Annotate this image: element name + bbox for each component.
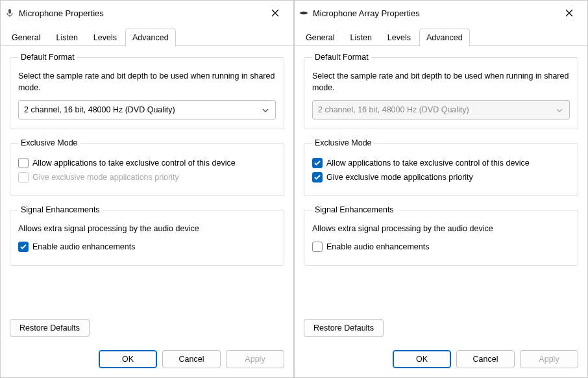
tab-listen[interactable]: Listen (49, 29, 84, 46)
enable-enhancements-label: Enable audio enhancements (326, 242, 429, 251)
apply-button: Apply (520, 350, 578, 368)
default-format-legend: Default Format (18, 53, 77, 62)
default-format-group: Default Format Select the sample rate an… (304, 53, 578, 129)
sample-rate-select[interactable]: 2 channel, 16 bit, 48000 Hz (DVD Quality… (18, 100, 276, 120)
sample-rate-select: 2 channel, 16 bit, 48000 Hz (DVD Quality… (312, 100, 570, 120)
allow-exclusive-label: Allow applications to take exclusive con… (32, 158, 236, 168)
enable-enhancements-checkbox[interactable] (18, 242, 29, 252)
tab-advanced[interactable]: Advanced (125, 29, 176, 46)
titlebar: Microphone Array Properties (295, 1, 587, 25)
mic-icon (5, 8, 15, 18)
allow-exclusive-checkbox[interactable] (18, 158, 29, 168)
default-format-legend: Default Format (312, 53, 371, 62)
apply-button: Apply (226, 350, 284, 368)
signal-enhancements-legend: Signal Enhancements (18, 205, 103, 214)
tab-bar: General Listen Levels Advanced (295, 28, 587, 46)
signal-enhancements-group: Signal Enhancements Allows extra signal … (10, 205, 284, 266)
exclusive-mode-group: Exclusive Mode Allow applications to tak… (10, 138, 284, 196)
exclusive-mode-legend: Exclusive Mode (312, 138, 374, 147)
chevron-down-icon (262, 105, 269, 114)
tab-bar: General Listen Levels Advanced (1, 28, 293, 46)
signal-enhancements-desc: Allows extra signal processing by the au… (18, 223, 276, 235)
titlebar: Microphone Properties (1, 1, 293, 25)
exclusive-priority-checkbox[interactable] (312, 172, 323, 183)
exclusive-mode-group: Exclusive Mode Allow applications to tak… (304, 138, 578, 196)
signal-enhancements-desc: Allows extra signal processing by the au… (312, 223, 570, 235)
close-button[interactable] (262, 3, 288, 23)
sample-rate-value: 2 channel, 16 bit, 48000 Hz (DVD Quality… (318, 105, 469, 114)
microphone-array-properties-dialog: Microphone Array Properties General List… (294, 0, 588, 378)
window-title: Microphone Array Properties (313, 8, 556, 18)
tab-content-advanced: Default Format Select the sample rate an… (1, 46, 293, 344)
tab-advanced[interactable]: Advanced (419, 29, 470, 46)
tab-content-advanced: Default Format Select the sample rate an… (295, 46, 587, 344)
cancel-button[interactable]: Cancel (456, 350, 515, 368)
close-icon (565, 9, 573, 17)
enable-enhancements-label: Enable audio enhancements (32, 242, 135, 251)
restore-defaults-button[interactable]: Restore Defaults (10, 319, 90, 337)
tab-levels[interactable]: Levels (86, 29, 124, 46)
signal-enhancements-group: Signal Enhancements Allows extra signal … (304, 205, 578, 266)
default-format-desc: Select the sample rate and bit depth to … (312, 71, 570, 94)
window-title: Microphone Properties (19, 8, 262, 18)
default-format-group: Default Format Select the sample rate an… (10, 53, 284, 129)
close-button[interactable] (556, 3, 582, 23)
tab-general[interactable]: General (299, 29, 341, 46)
svg-point-4 (300, 12, 308, 14)
close-icon (271, 9, 279, 17)
tab-levels[interactable]: Levels (380, 29, 418, 46)
microphone-properties-dialog: Microphone Properties General Listen Lev… (0, 0, 294, 378)
default-format-desc: Select the sample rate and bit depth to … (18, 71, 276, 94)
exclusive-priority-label: Give exclusive mode applications priorit… (32, 173, 179, 182)
ok-button[interactable]: OK (393, 350, 451, 368)
allow-exclusive-label: Allow applications to take exclusive con… (326, 158, 530, 168)
tab-listen[interactable]: Listen (343, 29, 378, 46)
dialog-footer: OK Cancel Apply (295, 344, 587, 377)
dialog-footer: OK Cancel Apply (1, 344, 293, 377)
exclusive-priority-label: Give exclusive mode applications priorit… (326, 173, 473, 182)
exclusive-mode-legend: Exclusive Mode (18, 138, 80, 147)
allow-exclusive-checkbox[interactable] (312, 158, 323, 168)
mic-array-icon (299, 8, 309, 18)
cancel-button[interactable]: Cancel (162, 350, 221, 368)
exclusive-priority-checkbox (18, 172, 29, 183)
ok-button[interactable]: OK (99, 350, 157, 368)
chevron-down-icon (556, 105, 563, 114)
signal-enhancements-legend: Signal Enhancements (312, 205, 397, 214)
svg-rect-0 (8, 9, 11, 14)
enable-enhancements-checkbox[interactable] (312, 242, 323, 252)
sample-rate-value: 2 channel, 16 bit, 48000 Hz (DVD Quality… (24, 105, 175, 114)
restore-defaults-button[interactable]: Restore Defaults (304, 319, 384, 337)
tab-general[interactable]: General (5, 29, 47, 46)
